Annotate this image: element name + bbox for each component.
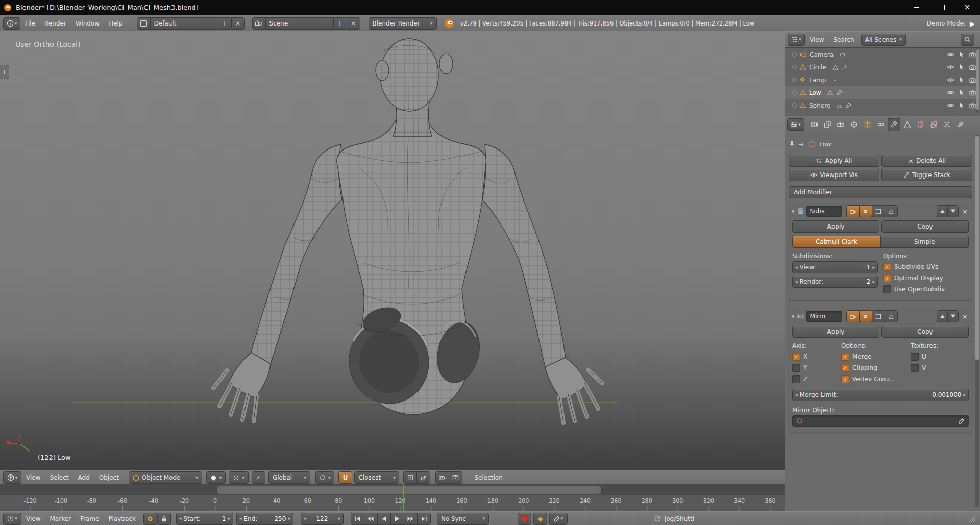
expand-icon[interactable] xyxy=(792,90,797,95)
tab-render-layers[interactable] xyxy=(821,118,834,131)
modifier-render-toggle[interactable] xyxy=(846,310,860,322)
snap-self-toggle[interactable] xyxy=(403,471,417,484)
tab-object[interactable] xyxy=(861,118,874,131)
menu-add[interactable]: Add xyxy=(74,470,94,485)
add-modifier-button[interactable]: Add Modifier xyxy=(789,186,972,198)
modifier-apply-button[interactable]: Apply xyxy=(792,326,879,338)
pin-icon[interactable] xyxy=(789,141,795,148)
prev-keyframe-button[interactable] xyxy=(364,513,378,525)
mode-select[interactable]: Object Mode ▾ xyxy=(129,471,202,484)
properties-scrollbar[interactable] xyxy=(975,135,979,507)
mesh-object-low[interactable] xyxy=(213,39,602,423)
visibility-eye-icon[interactable] xyxy=(947,77,954,83)
modifier-copy-button[interactable]: Copy xyxy=(881,220,969,233)
selectability-cursor-icon[interactable] xyxy=(959,89,965,96)
modifier-render-toggle[interactable] xyxy=(846,205,860,217)
lock-time-toggle[interactable] xyxy=(157,513,171,525)
tab-modifiers[interactable] xyxy=(888,118,900,131)
timeline-menu-view[interactable]: View xyxy=(21,512,45,525)
tab-particles[interactable] xyxy=(941,118,953,131)
viewport-3d-canvas[interactable] xyxy=(0,31,785,470)
mirror-texture-v-option[interactable]: V xyxy=(911,362,969,373)
mirror-merge-option[interactable]: ✓Merge xyxy=(841,351,911,362)
window-minimize-button[interactable] xyxy=(903,0,929,15)
checkbox[interactable]: ✓ xyxy=(841,375,849,383)
outliner-item-low[interactable]: Low xyxy=(785,86,980,99)
current-frame-field[interactable]: ◂ 122 ▸ xyxy=(301,513,344,525)
jump-to-start-button[interactable] xyxy=(351,513,364,525)
expand-icon[interactable] xyxy=(792,78,797,82)
menu-help[interactable]: Help xyxy=(104,15,127,32)
modifier-name-field[interactable]: Subs xyxy=(806,206,842,217)
menu-view[interactable]: View xyxy=(21,470,45,485)
outliner-item-circle[interactable]: Circle xyxy=(785,61,980,73)
viewport-vis-button[interactable]: Viewport Vis xyxy=(789,169,879,181)
current-frame-marker[interactable] xyxy=(403,484,404,511)
scene-field[interactable]: Scene xyxy=(265,17,334,30)
insert-keyframe-button[interactable]: ▾ xyxy=(549,513,568,525)
screen-layout-add-button[interactable]: + xyxy=(218,17,232,30)
menu-window[interactable]: Window xyxy=(71,15,104,32)
opengl-render-still-button[interactable] xyxy=(435,471,449,484)
tab-texture[interactable] xyxy=(927,118,940,131)
mirror-axis-y[interactable]: Y xyxy=(792,362,841,373)
tab-render[interactable] xyxy=(808,118,821,131)
snap-target-select[interactable]: Closest▾ xyxy=(354,471,399,484)
subdivision-type-catmull-button[interactable]: Catmull-Clark xyxy=(792,236,881,248)
outliner-item-camera[interactable]: Camera xyxy=(785,48,980,61)
use-preview-range-toggle[interactable] xyxy=(143,513,157,525)
expand-icon[interactable] xyxy=(792,103,797,108)
outliner-scope-select[interactable]: All Scenes▾ xyxy=(861,34,906,46)
snap-toggle[interactable] xyxy=(338,471,352,484)
tab-constraints[interactable] xyxy=(874,118,887,131)
selectability-cursor-icon[interactable] xyxy=(959,102,965,109)
checkbox[interactable] xyxy=(792,364,800,372)
manipulator-toggle[interactable] xyxy=(252,471,265,484)
toolshelf-open-tab[interactable]: + xyxy=(0,65,9,79)
collapse-icon[interactable]: ▾ xyxy=(792,209,795,214)
outliner-scrollbar-thumb[interactable] xyxy=(976,49,979,110)
auto-keyframe-record-button[interactable] xyxy=(518,513,531,525)
mirror-axis-z[interactable]: Z xyxy=(792,373,841,385)
editor-type-outliner-button[interactable]: ▾ xyxy=(788,34,805,46)
timeline-ruler[interactable]: -120-100-80-60-40-2002040608010012014016… xyxy=(0,495,785,511)
use-opensubdiv-option[interactable]: Use OpenSubdiv xyxy=(883,284,969,295)
subdivision-type-simple-button[interactable]: Simple xyxy=(880,236,969,248)
renderability-camera-icon[interactable] xyxy=(969,51,976,58)
toggle-stack-button[interactable]: Toggle Stack xyxy=(881,169,972,181)
play-button[interactable] xyxy=(390,513,404,525)
modifier-editmode-toggle[interactable] xyxy=(872,205,885,217)
checkbox[interactable]: ✓ xyxy=(883,274,891,282)
subsurf-render-slider[interactable]: ◂ Render: 2 ▸ xyxy=(792,276,878,288)
renderability-camera-icon[interactable] xyxy=(969,77,976,83)
tab-physics[interactable] xyxy=(954,118,967,131)
scene-browse-button[interactable] xyxy=(252,17,266,30)
apply-all-button[interactable]: Apply All xyxy=(789,155,879,167)
scene-add-button[interactable]: + xyxy=(333,17,347,30)
selectability-cursor-icon[interactable] xyxy=(959,77,965,83)
timeline-scrollbar-thumb[interactable] xyxy=(216,486,602,494)
eyedropper-icon[interactable] xyxy=(959,418,965,424)
modifier-delete-button[interactable]: × xyxy=(962,208,968,215)
modifier-copy-button[interactable]: Copy xyxy=(881,326,969,338)
checkbox[interactable] xyxy=(792,375,800,383)
checkbox[interactable] xyxy=(911,353,919,361)
frame-end-field[interactable]: ◂ End: 250 ▸ xyxy=(236,513,293,525)
timeline-menu-frame[interactable]: Frame xyxy=(76,512,104,525)
next-keyframe-button[interactable] xyxy=(404,513,418,525)
visibility-eye-icon[interactable] xyxy=(947,64,954,70)
merge-limit-slider[interactable]: ◂ Merge Limit: 0.001000 ▸ xyxy=(792,389,969,401)
outliner-menu-search[interactable]: Search xyxy=(828,32,859,47)
delete-all-button[interactable]: × Delete All xyxy=(881,155,972,167)
timeline-menu-playback[interactable]: Playback xyxy=(104,512,140,525)
visibility-eye-icon[interactable] xyxy=(947,89,954,96)
subdivide-uvs-option[interactable]: ✓ Subdivide UVs xyxy=(883,261,969,272)
renderability-camera-icon[interactable] xyxy=(969,102,976,109)
menu-select[interactable]: Select xyxy=(45,470,73,485)
selectability-cursor-icon[interactable] xyxy=(959,64,965,70)
keying-set-button[interactable]: ◆ xyxy=(533,513,547,525)
subsurf-view-slider[interactable]: ◂ View: 1 ▸ xyxy=(792,261,878,273)
timeline-scrollbar[interactable] xyxy=(0,484,785,495)
modifier-cage-toggle[interactable] xyxy=(885,310,898,322)
properties-scrollbar-thumb[interactable] xyxy=(975,136,979,360)
